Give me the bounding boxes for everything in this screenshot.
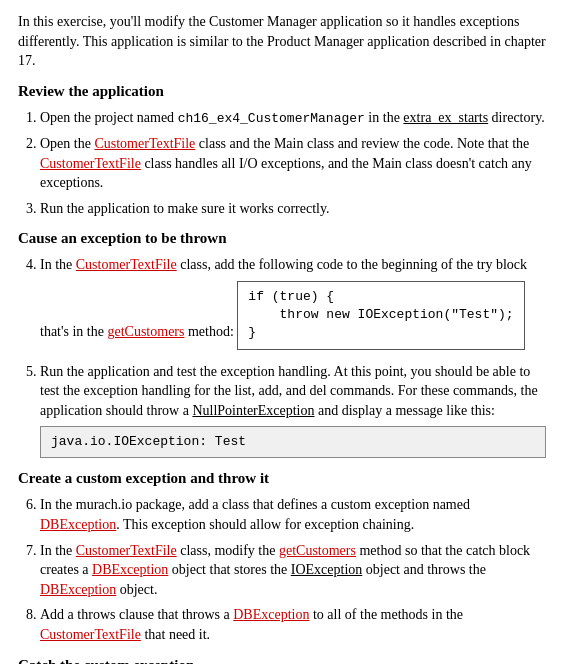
code-ref: ch16_ex4_CustomerManager [178, 111, 365, 126]
list-item: Add a throws clause that throws a DBExce… [40, 605, 546, 644]
section-catch: Catch the custom exception In the Main c… [18, 655, 546, 664]
list-item: Open the CustomerTextFile class and the … [40, 134, 546, 193]
link-ioexception: IOException [291, 562, 363, 577]
list-item: In the murach.io package, add a class th… [40, 495, 546, 534]
list-item: Run the application and test the excepti… [40, 362, 546, 459]
link-customer-text-file-5: CustomerTextFile [40, 627, 141, 642]
list-item: Run the application to make sure it work… [40, 199, 546, 219]
link-extra-ex-starts: extra_ex_starts [403, 110, 488, 125]
code-output: java.io.IOException: Test [40, 426, 546, 458]
link-customer-text-file-4: CustomerTextFile [76, 543, 177, 558]
section-custom-heading: Create a custom exception and throw it [18, 468, 546, 489]
list-item: Open the project named ch16_ex4_Customer… [40, 108, 546, 128]
code-snippet: if (true) { throw new IOException("Test"… [237, 281, 524, 350]
section-catch-heading: Catch the custom exception [18, 655, 546, 664]
link-customer-text-file-3: CustomerTextFile [76, 257, 177, 272]
section-review: Review the application Open the project … [18, 81, 546, 219]
intro-text: In this exercise, you'll modify the Cust… [18, 12, 546, 71]
link-dbexception-4: DBException [233, 607, 309, 622]
section-cause-exception: Cause an exception to be thrown In the C… [18, 228, 546, 458]
link-dbexception-3: DBException [40, 582, 116, 597]
link-customer-text-file-1: CustomerTextFile [94, 136, 195, 151]
section-review-heading: Review the application [18, 81, 546, 102]
link-get-customers-2: getCustomers [279, 543, 356, 558]
link-null-pointer: NullPointerException [192, 403, 314, 418]
link-customer-text-file-2: CustomerTextFile [40, 156, 141, 171]
link-get-customers-1: getCustomers [107, 324, 184, 339]
list-item: In the CustomerTextFile class, modify th… [40, 541, 546, 600]
section-custom-exception: Create a custom exception and throw it I… [18, 468, 546, 644]
section-cause-heading: Cause an exception to be thrown [18, 228, 546, 249]
link-dbexception-2: DBException [92, 562, 168, 577]
link-dbexception-1: DBException [40, 517, 116, 532]
list-item: In the CustomerTextFile class, add the f… [40, 255, 546, 355]
